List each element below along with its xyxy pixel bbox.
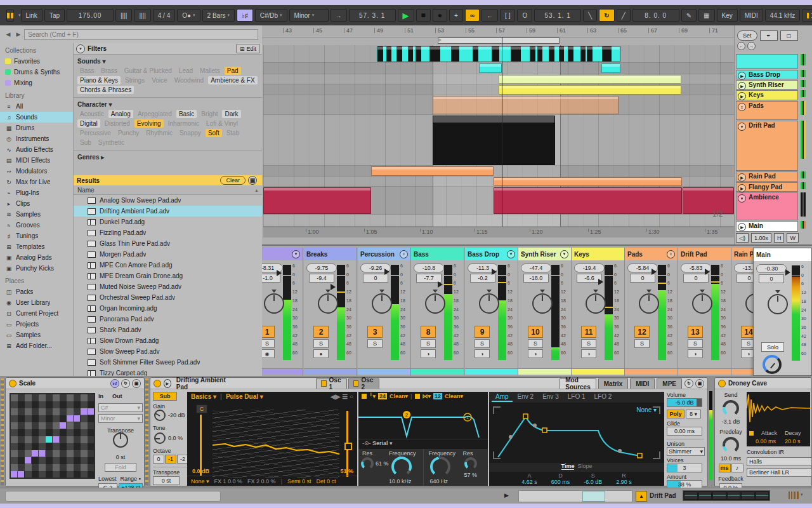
mod-page-tab[interactable]: MIDI xyxy=(630,378,655,389)
volume-field[interactable]: -18.0 xyxy=(523,274,549,283)
loop-button[interactable]: ↻ xyxy=(599,9,614,22)
predelay-value[interactable]: 10.0 ms xyxy=(717,455,744,462)
osc-semi-value[interactable]: Semi 0 st xyxy=(287,478,311,485)
filter1-freq-value[interactable]: 10.0 kHz xyxy=(389,478,412,485)
track-fold-icon[interactable]: ▶ xyxy=(738,223,746,231)
clip[interactable] xyxy=(371,166,494,176)
browser-file-row[interactable]: Glass Thin Pure Pad.adv xyxy=(74,238,263,249)
sounds-filter-group-title[interactable]: Sounds ▾ xyxy=(74,55,263,66)
volume-field[interactable]: 0 xyxy=(759,274,784,283)
lock-envelopes-icon[interactable]: ▢ xyxy=(780,30,798,41)
track-fold-icon[interactable]: ≡ xyxy=(400,250,408,258)
browser-file-row[interactable]: Slow Sweep Pad.adv xyxy=(74,346,263,357)
track-fold-icon[interactable]: ≡ xyxy=(667,250,675,258)
key-map-button[interactable]: Key xyxy=(717,9,738,22)
arrangement-position-field[interactable]: 57. 3. 1 xyxy=(349,9,396,22)
device-chain-thumbnails[interactable] xyxy=(683,490,770,501)
pan-knob[interactable] xyxy=(372,293,392,314)
scale-grid-cell[interactable] xyxy=(81,408,87,415)
ir-category-select[interactable]: Halls xyxy=(747,457,812,466)
sidebar-item-library[interactable]: ≋ Samples xyxy=(0,209,73,220)
sidebar-item-library[interactable]: ▸ Clips xyxy=(0,198,73,209)
filter-tag[interactable]: Dark xyxy=(222,110,240,118)
scale-grid-cell[interactable] xyxy=(46,436,52,443)
track-fold-icon[interactable]: ▶ xyxy=(738,82,746,90)
send-value[interactable]: -3.1 dB xyxy=(717,418,744,425)
volume-field[interactable]: 0 xyxy=(683,274,709,283)
sidebar-item-library[interactable]: ▦ Drums xyxy=(0,123,73,133)
browser-file-row[interactable]: Shark Pad.adv xyxy=(74,324,263,335)
sub-gain-slider[interactable] xyxy=(200,415,202,476)
scale-grid-cell[interactable] xyxy=(39,450,45,457)
main-track-header[interactable]: Main xyxy=(754,248,811,261)
filter2-type-icon[interactable]: ⋈▾ xyxy=(422,393,431,399)
pan-knob[interactable] xyxy=(264,293,284,314)
volume-handle[interactable] xyxy=(785,269,790,276)
scale-root-select[interactable]: C# xyxy=(101,404,108,411)
draw-mode-button[interactable]: ✎ xyxy=(681,9,697,22)
crossfade-assign-strip[interactable] xyxy=(411,368,464,375)
device-on-toggle[interactable] xyxy=(154,380,161,387)
crossfade-assign-strip[interactable] xyxy=(518,368,571,375)
scale-mode-button[interactable]: ♭♯ xyxy=(237,9,253,22)
adsr-field[interactable]: A 4.62 s xyxy=(521,472,537,486)
peak-level-display[interactable]: -47.4 xyxy=(521,264,551,272)
midi-map-button[interactable]: MIDI xyxy=(740,9,763,22)
monitor-button[interactable]: ◑ xyxy=(688,349,703,358)
predelay-knob[interactable] xyxy=(723,437,739,453)
metronome-button[interactable]: O●▾ xyxy=(177,9,200,22)
track-fold-icon[interactable]: ▶ xyxy=(738,173,746,182)
track-header[interactable]: ▶ Bass Drop xyxy=(736,70,798,79)
crossfader-knob[interactable] xyxy=(763,355,782,374)
zoom-level[interactable]: 1.00x xyxy=(751,233,771,243)
browser-file-row[interactable]: Soft Shimmer Filter Sweep Pad.adv xyxy=(74,357,263,368)
crossfade-assign-strip[interactable] xyxy=(262,368,303,375)
filter-tag[interactable]: Guitar & Plucked xyxy=(122,67,174,75)
filter-tag[interactable]: Chords & Phrases xyxy=(77,86,134,94)
mixer-track-header[interactable]: Bass xyxy=(411,248,464,260)
overview-selection[interactable] xyxy=(582,491,605,502)
save-preset-icon[interactable]: ▣ xyxy=(132,379,141,388)
pan-knob[interactable] xyxy=(639,293,659,314)
sidebar-item-library[interactable]: ≈ Grooves xyxy=(0,220,73,231)
filter-tag[interactable]: Strings xyxy=(122,76,147,84)
filter-tag[interactable]: Voice xyxy=(149,76,169,84)
solo-button[interactable]: S xyxy=(262,339,275,348)
prev-marker-icon[interactable]: ← xyxy=(737,42,745,50)
pan-knob[interactable] xyxy=(768,294,788,314)
scale-grid-cell[interactable] xyxy=(88,408,94,415)
env-tab[interactable]: Env 2 xyxy=(514,392,538,402)
filter-tag[interactable]: Pad xyxy=(225,67,241,75)
mod-page-tab[interactable]: Matrix xyxy=(598,378,628,389)
clip[interactable] xyxy=(433,116,555,165)
back-to-arrangement-button[interactable]: ← xyxy=(481,9,498,22)
scale-root-menu[interactable]: C#/Db▾ xyxy=(255,9,287,22)
monitor-button[interactable]: ◑ xyxy=(528,349,543,358)
poly-voices-select[interactable]: 8 ▾ xyxy=(686,410,701,418)
mod-page-tab[interactable]: MPE xyxy=(657,378,682,389)
track-fold-icon[interactable]: ≡ xyxy=(738,103,746,111)
filter1-freq-knob[interactable] xyxy=(391,457,412,477)
poly-toggle[interactable]: Poly xyxy=(667,410,684,418)
track-fold-icon[interactable]: ▶ xyxy=(738,92,746,100)
volume-field[interactable]: -5.0 dB xyxy=(667,398,702,407)
loop-start-field[interactable]: 53. 1. 1 xyxy=(534,9,581,22)
sidebar-item-library[interactable]: ↻ Max for Live xyxy=(0,177,73,187)
pan-knob[interactable] xyxy=(586,293,606,314)
fold-button[interactable]: Fold xyxy=(105,463,136,472)
glide-field[interactable]: 0.00 ms xyxy=(667,427,702,436)
osc-enable-checkbox[interactable] xyxy=(353,380,358,387)
volume-handle[interactable] xyxy=(438,281,443,288)
track-number-badge[interactable]: 11 xyxy=(581,326,596,338)
osc-effect-mode-menu[interactable]: None ▾ xyxy=(191,478,209,485)
browser-file-row[interactable]: Analog Slow Sweep Pad.adv xyxy=(74,195,263,206)
browser-file-row[interactable]: Organ Incoming.adg xyxy=(74,303,263,314)
voices-field[interactable]: 3 xyxy=(667,464,702,472)
monitor-button[interactable]: ◉ xyxy=(262,349,275,358)
clip[interactable] xyxy=(433,96,619,114)
browser-file-row[interactable]: Morgen Pad.adv xyxy=(74,249,263,260)
crossfade-assign-strip[interactable] xyxy=(465,368,518,375)
monitor-button[interactable]: ● xyxy=(313,349,329,358)
track-width-button[interactable]: W xyxy=(787,233,799,243)
track-fold-icon[interactable]: ▼ xyxy=(738,123,746,131)
